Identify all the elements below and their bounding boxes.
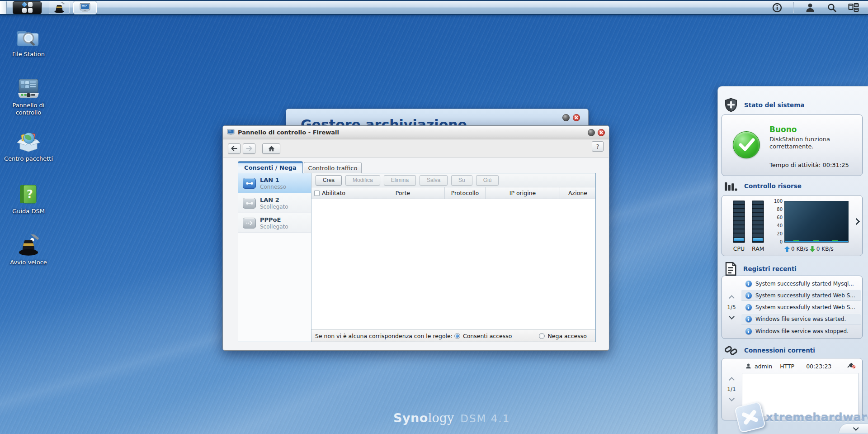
connection-user: admin: [755, 363, 772, 370]
interface-name: PPPoE: [260, 216, 281, 223]
deny-access-radio[interactable]: [539, 333, 545, 339]
page-down-icon[interactable]: [729, 396, 735, 401]
allow-access-radio[interactable]: [454, 333, 460, 339]
quick-launch-taskbar-button[interactable]: [49, 1, 70, 14]
resource-detail-arrow[interactable]: [853, 218, 860, 225]
connection-row[interactable]: admin HTTP 00:23:23: [745, 362, 856, 370]
create-button[interactable]: Crea: [316, 175, 342, 186]
magic-hat-icon: [53, 2, 65, 14]
close-icon[interactable]: [598, 129, 605, 136]
pilot-view-icon: [848, 3, 859, 13]
desktop-icon-package-center[interactable]: Centro pacchetti: [4, 130, 53, 162]
firewall-panel: LAN 1 Connesso LAN 2 Scollegato PPPoE Sc…: [238, 173, 596, 342]
forward-button[interactable]: [243, 143, 255, 154]
main-menu-grid-icon: [22, 2, 33, 13]
upload-arrow-icon: [784, 246, 790, 252]
rules-toolbar: Crea Modifica Elimina Salva Su Giù: [311, 173, 595, 187]
rules-region: Crea Modifica Elimina Salva Su Giù Abili…: [311, 173, 595, 342]
ram-gauge: [752, 200, 764, 243]
dsm-version: DSM 4.1: [460, 413, 510, 424]
main-menu-button[interactable]: [13, 1, 42, 14]
desktop-icon-label: Avvio veloce: [4, 259, 53, 266]
file-station-icon: [16, 26, 41, 48]
quick-start-icon: [16, 234, 41, 257]
connections-pager: 1/1: [722, 358, 741, 420]
default-policy-label: Se non vi è alcuna corrispondenza con le…: [315, 333, 453, 339]
dsm-logo: Synology DSM 4.1: [393, 411, 510, 425]
search-button[interactable]: [826, 2, 837, 13]
network-speed-row: 0 KB/s 0 KB/s: [784, 246, 834, 252]
interface-name: LAN 2: [260, 196, 279, 203]
logs-icon: [724, 262, 737, 276]
desktop-icon-file-station[interactable]: File Station: [4, 26, 53, 58]
move-up-button[interactable]: Su: [451, 175, 472, 186]
deny-access-label[interactable]: Nega accesso: [547, 333, 586, 339]
taskbar-control-panel-window-button[interactable]: [73, 1, 97, 14]
recent-logs-card: 1/5 System successfully started Mysql...…: [722, 276, 863, 339]
show-desktop-button[interactable]: [0, 1, 7, 14]
minimize-button[interactable]: [562, 114, 570, 121]
connections-title: Connessioni correnti: [744, 347, 815, 354]
interface-status: Connesso: [260, 184, 286, 190]
help-button[interactable]: ?: [592, 141, 604, 152]
home-button[interactable]: [262, 143, 280, 154]
log-item[interactable]: Windows file service was started.: [741, 314, 861, 325]
user-icon: [745, 363, 751, 369]
page-indicator: 1/1: [727, 386, 736, 392]
log-list: System successfully started Mysql... Sys…: [741, 278, 861, 337]
log-item[interactable]: Windows file service was stopped.: [741, 325, 861, 337]
page-up-icon[interactable]: [729, 377, 735, 383]
desktop-icon-label: Centro pacchetti: [4, 155, 53, 162]
tab-consenti-nega[interactable]: Consenti / Nega: [238, 161, 303, 173]
tab-controllo-traffico[interactable]: Controllo traffico: [304, 162, 362, 173]
brand-light: logy: [428, 411, 454, 425]
allow-access-label[interactable]: Consenti accesso: [463, 333, 512, 339]
delete-button[interactable]: Elimina: [384, 175, 416, 186]
page-down-icon[interactable]: [729, 314, 735, 320]
desktop-icon-dsm-help[interactable]: ? Guida DSM: [4, 183, 53, 215]
disconnect-button[interactable]: [847, 362, 856, 370]
disconnect-icon: [847, 362, 856, 369]
save-button[interactable]: Salva: [420, 175, 448, 186]
desktop-icon-label: File Station: [4, 51, 53, 58]
control-panel-window-icon: [80, 3, 90, 13]
window-titlebar[interactable]: Pannello di controllo - Firewall: [223, 126, 609, 139]
system-status-title: Stato del sistema: [744, 101, 804, 109]
default-policy-bar: Se non vi è alcuna corrispondenza con le…: [311, 329, 595, 342]
chevron-down-icon: [853, 425, 859, 431]
rules-table-body[interactable]: [311, 199, 595, 329]
pilot-view-button[interactable]: [848, 2, 859, 13]
svg-text:?: ?: [27, 188, 33, 200]
desktop-icon-quick-start[interactable]: Avvio veloce: [4, 234, 53, 266]
user-icon: [805, 3, 815, 13]
select-all-checkbox[interactable]: [314, 191, 320, 196]
desktop-icon-label: Guida DSM: [4, 208, 53, 215]
info-button[interactable]: [772, 2, 783, 13]
page-indicator: 1/5: [727, 304, 736, 310]
download-speed: 0 KB/s: [816, 246, 834, 252]
upload-speed: 0 KB/s: [791, 246, 808, 252]
interface-item-lan1[interactable]: LAN 1 Connesso: [238, 173, 311, 193]
widget-collapse-tab[interactable]: [838, 424, 868, 433]
cpu-label: CPU: [733, 245, 745, 252]
close-icon[interactable]: [573, 114, 580, 121]
log-item[interactable]: System successfully started Mysql...: [741, 278, 861, 289]
info-icon: [745, 328, 752, 334]
desktop-icon-control-panel[interactable]: Pannello di controllo: [4, 77, 53, 116]
logs-pager: 1/5: [722, 276, 741, 339]
minimize-button[interactable]: [588, 129, 595, 136]
user-menu-button[interactable]: [805, 2, 816, 13]
info-icon: [745, 281, 752, 287]
log-item[interactable]: System successfully started Web S...: [741, 290, 861, 301]
move-down-button[interactable]: Giù: [476, 175, 499, 186]
back-button[interactable]: [228, 143, 241, 154]
page-up-icon[interactable]: [729, 295, 735, 301]
interface-item-lan2[interactable]: LAN 2 Scollegato: [238, 193, 311, 213]
taskbar: [0, 0, 868, 15]
edit-button[interactable]: Modifica: [345, 175, 380, 186]
resource-monitor-icon: [724, 180, 738, 192]
interface-item-pppoe[interactable]: PPPoE Scollegato: [238, 213, 311, 233]
resource-monitor-title: Controllo risorse: [744, 182, 802, 190]
dsm-help-icon: ?: [16, 183, 41, 205]
log-item[interactable]: System successfully started Web S...: [741, 302, 861, 313]
